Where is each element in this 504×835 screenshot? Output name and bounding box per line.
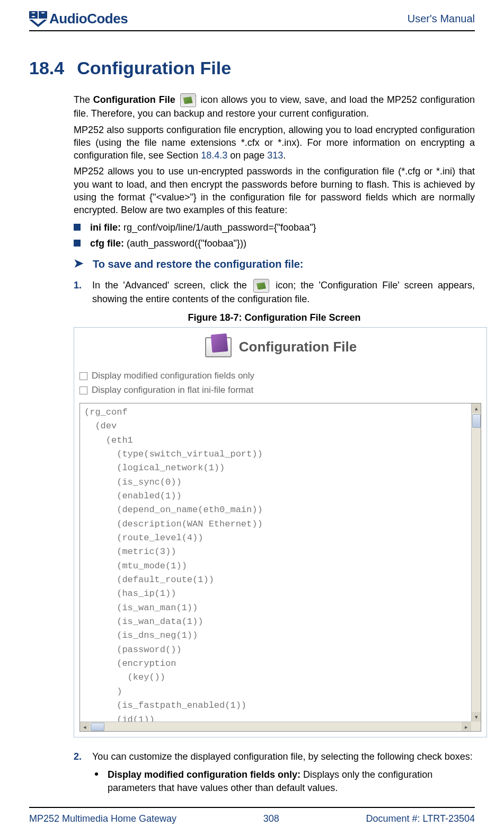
scroll-right-icon[interactable]: ▸ <box>462 722 471 732</box>
config-file-icon <box>253 279 269 293</box>
step-number: 2. <box>74 750 82 763</box>
section-link[interactable]: 18.4.3 <box>201 150 227 161</box>
scroll-left-icon[interactable]: ◂ <box>80 722 90 732</box>
config-text-content: (rg_conf (dev (eth1 (type(switch_virtual… <box>80 403 481 732</box>
scroll-up-icon[interactable]: ▴ <box>472 403 481 413</box>
section-heading: 18.4 Configuration File <box>29 58 475 78</box>
sub-bullet-display-modified: Display modified configuration fields on… <box>95 768 475 794</box>
section-number: 18.4 <box>29 58 64 78</box>
figure-caption: Figure 18-7: Configuration File Screen <box>74 311 475 324</box>
scroll-corner <box>471 722 481 731</box>
option-modified-only[interactable]: Display modified configuration fields on… <box>79 370 481 382</box>
bullet-ini-file: ini file: rg_conf/voip/line/1/auth_passw… <box>74 221 475 234</box>
option-flat-ini[interactable]: Display configuration in flat ini-file f… <box>79 384 481 397</box>
scroll-thumb[interactable] <box>91 723 104 731</box>
square-bullet-icon <box>74 240 81 247</box>
logo: AudioCodes <box>29 11 128 27</box>
page-link[interactable]: 313 <box>267 150 283 161</box>
arrow-right-icon: ➤ <box>74 257 83 270</box>
dot-bullet-icon <box>95 772 99 794</box>
config-textarea[interactable]: (rg_conf (dev (eth1 (type(switch_virtual… <box>79 403 481 732</box>
section-title-text: Configuration File <box>77 58 231 78</box>
footer-right: Document #: LTRT-23504 <box>366 813 475 824</box>
audiocodes-logo-icon <box>29 11 47 27</box>
paragraph-1: The Configuration File icon allows you t… <box>74 93 475 120</box>
step-2: 2. You can customize the displayed confi… <box>74 750 475 763</box>
screenshot-panel: Configuration File Display modified conf… <box>74 327 487 737</box>
logo-text: AudioCodes <box>49 11 128 27</box>
step-1: 1. In the 'Advanced' screen, click the i… <box>74 279 475 306</box>
checkbox-icon[interactable] <box>79 372 87 380</box>
page-footer: MP252 Multimedia Home Gateway 308 Docume… <box>29 807 475 824</box>
vertical-scrollbar[interactable]: ▴ ▾ <box>471 403 481 722</box>
paragraph-3: MP252 allows you to use un-encrypted pas… <box>74 165 475 216</box>
scroll-down-icon[interactable]: ▾ <box>472 712 481 722</box>
scroll-thumb[interactable] <box>472 414 481 428</box>
bullet-cfg-file: cfg file: (auth_password({"foobaa"})) <box>74 237 475 250</box>
footer-left: MP252 Multimedia Home Gateway <box>29 813 176 824</box>
paragraph-2: MP252 also supports configuration file e… <box>74 124 475 162</box>
square-bullet-icon <box>74 224 81 231</box>
procedure-heading: ➤ To save and restore the configuration … <box>74 257 475 271</box>
config-file-large-icon <box>204 334 234 359</box>
header-right-text: User's Manual <box>408 13 475 25</box>
footer-page-number: 308 <box>263 813 279 824</box>
screenshot-title: Configuration File <box>239 338 357 356</box>
step-number: 1. <box>74 279 82 306</box>
page-header: AudioCodes User's Manual <box>29 11 475 31</box>
screenshot-title-row: Configuration File <box>74 328 487 368</box>
horizontal-scrollbar[interactable]: ◂ ▸ <box>80 722 471 731</box>
config-file-icon <box>180 93 196 107</box>
checkbox-icon[interactable] <box>79 386 87 394</box>
